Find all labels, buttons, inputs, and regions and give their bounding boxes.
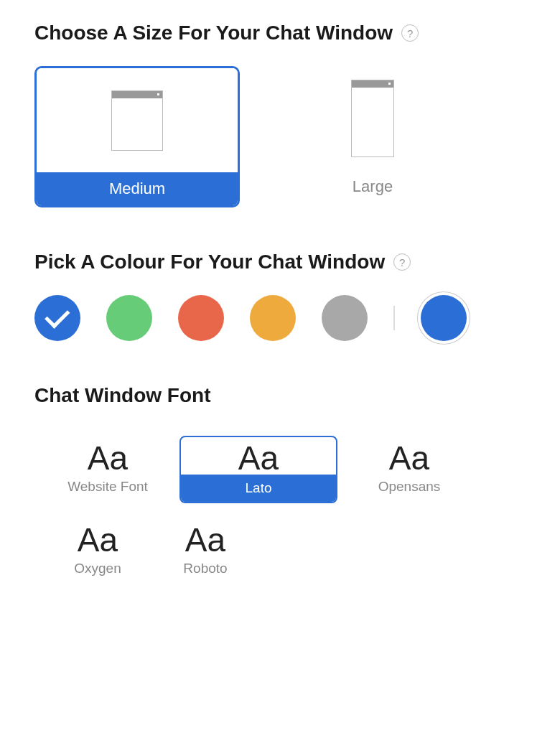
color-divider [393,306,395,330]
size-options: Medium Large [34,66,526,207]
size-label-medium: Medium [37,172,238,205]
font-label-oxygen: Oxygen [55,558,141,579]
color-section: Pick A Colour For Your Chat Window ? [34,251,526,341]
font-section-title: Chat Window Font [34,384,526,407]
size-preview-medium [37,68,238,172]
color-swatch-orange-red[interactable] [178,295,224,341]
window-preview-icon [111,90,163,151]
font-option-oxygen[interactable]: Aa Oxygen [55,518,141,579]
font-label-roboto: Roboto [162,558,248,579]
custom-color-picker[interactable] [421,295,467,341]
color-section-header: Pick A Colour For Your Chat Window ? [34,251,526,274]
font-label-lato: Lato [181,475,336,502]
font-sample: Aa [73,436,142,476]
size-section: Choose A Size For Your Chat Window ? Med… [34,22,526,207]
color-swatch-green[interactable] [106,295,152,341]
font-sample: Aa [195,437,322,475]
font-label-website-font: Website Font [50,476,165,498]
font-option-roboto[interactable]: Aa Roboto [162,518,248,579]
size-preview-large [319,66,426,170]
color-section-title: Pick A Colour For Your Chat Window [34,251,385,274]
font-sample: Aa [375,436,444,476]
help-icon[interactable]: ? [393,253,411,271]
font-sample: Aa [171,518,240,558]
font-options-row2: Aa Oxygen Aa Roboto [34,518,526,579]
color-swatch-yellow-orange[interactable] [250,295,296,341]
size-section-title: Choose A Size For Your Chat Window [34,22,393,45]
size-option-medium[interactable]: Medium [34,66,240,207]
font-option-opensans[interactable]: Aa Opensans [352,436,467,503]
font-label-opensans: Opensans [352,476,467,498]
font-sample: Aa [63,518,132,558]
size-section-header: Choose A Size For Your Chat Window ? [34,22,526,45]
size-label-large: Large [319,170,426,203]
size-option-large[interactable]: Large [319,66,426,207]
font-options-row1: Aa Website Font Aa Lato Aa Opensans [34,436,526,503]
font-option-lato[interactable]: Aa Lato [179,436,337,503]
help-icon[interactable]: ? [401,24,419,42]
color-swatch-blue[interactable] [34,295,80,341]
font-section: Chat Window Font Aa Website Font Aa Lato… [34,384,526,579]
color-options [34,295,526,341]
color-swatch-gray[interactable] [322,295,368,341]
font-option-website-font[interactable]: Aa Website Font [50,436,165,503]
window-preview-icon [351,80,394,157]
